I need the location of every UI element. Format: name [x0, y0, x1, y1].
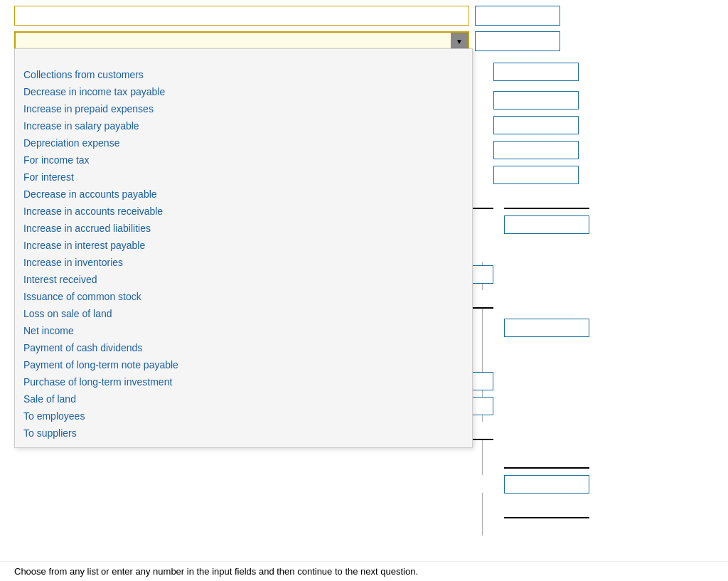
dropdown-item-3[interactable]: Increase in salary payable: [15, 117, 472, 134]
field-row16[interactable]: [504, 450, 589, 469]
dropdown-item-16[interactable]: Payment of cash dividends: [15, 339, 472, 356]
dropdown-item-10[interactable]: Increase in interest payable: [15, 237, 472, 254]
dropdown-item-8[interactable]: Increase in accounts receivable: [15, 203, 472, 220]
dropdown-input[interactable]: [16, 33, 451, 50]
dropdown-item-12[interactable]: Interest received: [15, 271, 472, 288]
field-row3[interactable]: [493, 63, 579, 81]
bottom-instruction: Choose from any list or enter any number…: [0, 561, 728, 581]
dropdown-item-4[interactable]: Depreciation expense: [15, 134, 472, 151]
page-container: ▼ Collections from customers Decrease in…: [0, 0, 728, 533]
field-row6[interactable]: [493, 141, 579, 159]
field-row8-right[interactable]: [504, 191, 589, 209]
field-row18[interactable]: [504, 500, 589, 518]
field-row5[interactable]: [493, 116, 579, 134]
v-divider-3: [482, 493, 483, 535]
row1-medium-input[interactable]: [475, 6, 560, 26]
field-row4[interactable]: [493, 91, 579, 110]
row1-wide-input[interactable]: [14, 6, 469, 26]
row-1: [14, 6, 560, 26]
dropdown-item-19[interactable]: Sale of land: [15, 390, 472, 407]
dropdown-list: Collections from customers Decrease in i…: [14, 48, 473, 448]
dropdown-arrow-icon[interactable]: ▼: [451, 33, 468, 50]
dropdown-item-20[interactable]: To employees: [15, 407, 472, 425]
field-row12[interactable]: [504, 319, 589, 337]
dropdown-item-9[interactable]: Increase in accrued liabilities: [15, 220, 472, 237]
dropdown-item-21[interactable]: To suppliers: [15, 425, 472, 442]
field-row7[interactable]: [493, 166, 579, 184]
dropdown-item-7[interactable]: Decrease in accounts payable: [15, 186, 472, 203]
dropdown-item-17[interactable]: Payment of long-term note payable: [15, 356, 472, 373]
dropdown-item-5[interactable]: For income tax: [15, 151, 472, 169]
dropdown-item-14[interactable]: Loss on sale of land: [15, 305, 472, 322]
dropdown-item-2[interactable]: Increase in prepaid expenses: [15, 100, 472, 117]
dropdown-item-15[interactable]: Net income: [15, 322, 472, 339]
dropdown-item-6[interactable]: For interest: [15, 169, 472, 186]
field-row17[interactable]: [504, 475, 589, 494]
main-layout: ▼ Collections from customers Decrease in…: [0, 0, 728, 533]
dropdown-item-18[interactable]: Purchase of long-term investment: [15, 373, 472, 390]
dropdown-item-13[interactable]: Issuance of common stock: [15, 288, 472, 305]
dropdown-item-11[interactable]: Increase in inventories: [15, 254, 472, 271]
row2-medium-input[interactable]: [475, 31, 560, 51]
field-row9[interactable]: [504, 215, 589, 234]
dropdown-item-1[interactable]: Decrease in income tax payable: [15, 83, 472, 100]
dropdown-item-0[interactable]: Collections from customers: [15, 66, 472, 83]
